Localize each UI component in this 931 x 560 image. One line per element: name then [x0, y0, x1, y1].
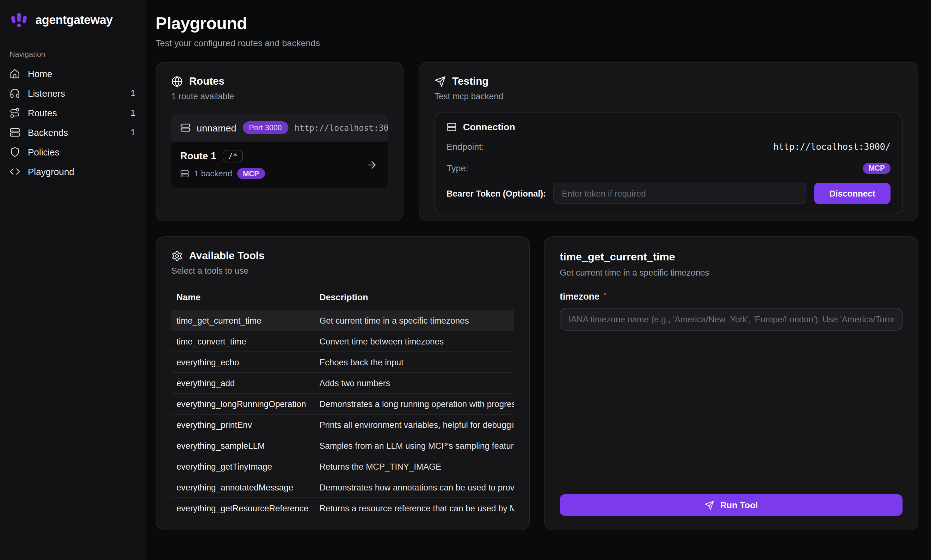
tool-name-cell: everything_longRunningOperation — [171, 394, 314, 414]
testing-card: Testing Test mcp backend Connection Endp… — [419, 62, 918, 221]
protocol-badge: MCP — [237, 168, 265, 179]
top-row: Routes 1 route available unnamed Port 30… — [156, 62, 918, 221]
timezone-field-label-row: timezone * — [560, 291, 903, 302]
sidebar-item-playground[interactable]: Playground — [0, 162, 145, 182]
tool-description-cell: Returns the MCP_TINY_IMAGE — [314, 456, 514, 477]
sidebar-item-backends[interactable]: Backends 1 — [0, 123, 145, 142]
tool-description-cell: Prints all environment variables, helpfu… — [314, 414, 514, 435]
sidebar-item-label: Playground — [28, 166, 74, 177]
nav-section-label: Navigation — [0, 50, 145, 59]
tool-description-cell: Get current time in a specific timezones — [314, 310, 514, 331]
table-row[interactable]: everything_echo Echoes back the input — [171, 352, 514, 372]
table-row[interactable]: everything_annotatedMessage Demonstrates… — [171, 477, 514, 498]
sidebar-item-home[interactable]: Home — [0, 64, 145, 83]
tools-table: Name Description time_get_current_time G… — [171, 288, 514, 518]
column-header-name: Name — [171, 288, 314, 310]
disconnect-button[interactable]: Disconnect — [814, 183, 891, 204]
connection-panel: Connection Endpoint: http://localhost:30… — [435, 112, 903, 214]
route-meta-row: 1 backend MCP — [180, 168, 379, 179]
tools-table-body: time_get_current_time Get current time i… — [171, 310, 514, 518]
tools-card-header: Available Tools — [171, 250, 514, 262]
server-icon — [180, 123, 190, 133]
globe-icon — [171, 75, 183, 87]
tool-description-cell: Samples from an LLM using MCP's sampling… — [314, 435, 514, 456]
sidebar-item-routes[interactable]: Routes 1 — [0, 103, 145, 123]
routes-card-header: Routes — [171, 75, 388, 87]
listener-row[interactable]: unnamed Port 3000 http://localhost:3000/ — [171, 114, 388, 142]
bearer-token-input[interactable] — [554, 183, 807, 204]
sidebar-item-listeners[interactable]: Listeners 1 — [0, 83, 145, 103]
listener-group: unnamed Port 3000 http://localhost:3000/… — [171, 114, 388, 188]
send-icon — [704, 500, 714, 510]
timezone-input[interactable] — [560, 308, 903, 331]
agentgateway-logo-icon — [9, 11, 28, 29]
table-row[interactable]: everything_longRunningOperation Demonstr… — [171, 394, 514, 414]
tool-description-cell: Demonstrates how annotations can be used… — [314, 477, 514, 498]
arrow-right-icon[interactable] — [366, 159, 378, 170]
spacer — [560, 331, 903, 494]
available-tools-card: Available Tools Select a tools to use Na… — [156, 236, 530, 530]
tool-description-cell: Adds two numbers — [314, 372, 514, 394]
sidebar-item-label: Home — [28, 69, 52, 79]
table-row[interactable]: time_get_current_time Get current time i… — [171, 310, 514, 331]
table-row[interactable]: everything_sampleLLM Samples from an LLM… — [171, 435, 514, 456]
page-title: Playground — [156, 12, 918, 34]
listener-url: http://localhost:3000/ — [294, 123, 388, 132]
app-root: agentgateway Navigation Home Listeners 1 — [0, 0, 931, 560]
sidebar-item-label: Backends — [28, 128, 68, 137]
tool-name-cell: time_get_current_time — [171, 310, 314, 331]
bottom-row: Available Tools Select a tools to use Na… — [156, 236, 918, 530]
route-item[interactable]: Route 1 /* 1 backend MCP — [171, 142, 388, 188]
endpoint-label: Endpoint: — [447, 142, 484, 152]
server-icon — [447, 122, 457, 132]
tool-description-cell: Returns a resource reference that can be… — [314, 498, 514, 518]
table-row[interactable]: everything_getResourceReference Returns … — [171, 498, 514, 518]
sidebar-item-count: 1 — [131, 128, 136, 137]
routes-card-subtitle: 1 route available — [171, 92, 388, 101]
testing-card-subtitle: Test mcp backend — [435, 92, 903, 101]
tool-description-cell: Echoes back the input — [314, 352, 514, 372]
table-row[interactable]: everything_getTinyImage Returns the MCP_… — [171, 456, 514, 477]
run-tool-button[interactable]: Run Tool — [560, 494, 903, 516]
table-row[interactable]: everything_printEnv Prints all environme… — [171, 414, 514, 435]
headphones-icon — [9, 88, 20, 98]
page-subtitle: Test your configured routes and backends — [156, 38, 918, 48]
tool-name-cell: everything_annotatedMessage — [171, 477, 314, 498]
sidebar-item-policies[interactable]: Policies — [0, 142, 145, 162]
table-row[interactable]: everything_add Adds two numbers — [171, 372, 514, 394]
tool-runner-card: time_get_current_time Get current time i… — [544, 236, 918, 530]
sidebar-nav: Home Listeners 1 Routes 1 — [0, 64, 145, 182]
connection-header: Connection — [447, 122, 891, 132]
port-badge: Port 3000 — [242, 122, 288, 134]
type-label: Type: — [447, 163, 469, 173]
endpoint-row: Endpoint: http://localhost:3000/ — [447, 140, 891, 154]
tool-name-cell: everything_printEnv — [171, 414, 314, 435]
routes-card: Routes 1 route available unnamed Port 30… — [156, 62, 404, 221]
gear-icon — [171, 250, 183, 262]
tool-description-cell: Demonstrates a long running operation wi… — [314, 394, 514, 414]
tool-name-cell: everything_add — [171, 372, 314, 394]
sidebar-item-label: Policies — [28, 147, 59, 157]
table-row[interactable]: time_convert_time Convert time between t… — [171, 331, 514, 352]
tool-name-cell: time_convert_time — [171, 331, 314, 352]
bearer-token-row: Bearer Token (Optional): Disconnect — [447, 183, 891, 204]
required-marker: * — [603, 290, 607, 300]
timezone-field-label: timezone — [560, 291, 600, 302]
tools-table-header-row: Name Description — [171, 288, 514, 310]
route-icon — [9, 108, 20, 118]
endpoint-value: http://localhost:3000/ — [773, 142, 891, 152]
run-tool-label: Run Tool — [720, 500, 758, 510]
connection-title: Connection — [463, 122, 515, 132]
bearer-token-label: Bearer Token (Optional): — [447, 189, 546, 198]
server-icon — [9, 127, 20, 138]
tools-card-title: Available Tools — [189, 250, 264, 262]
tool-description-cell: Convert time between timezones — [314, 331, 514, 352]
route-name: Route 1 — [180, 151, 216, 162]
tool-runner-subtitle: Get current time in a specific timezones — [560, 268, 903, 277]
send-icon — [435, 75, 446, 87]
sidebar-item-count: 1 — [131, 88, 136, 98]
testing-card-header: Testing — [435, 75, 903, 87]
server-icon — [180, 169, 189, 178]
tool-name-cell: everything_sampleLLM — [171, 435, 314, 456]
main-content: Playground Test your configured routes a… — [145, 0, 931, 560]
